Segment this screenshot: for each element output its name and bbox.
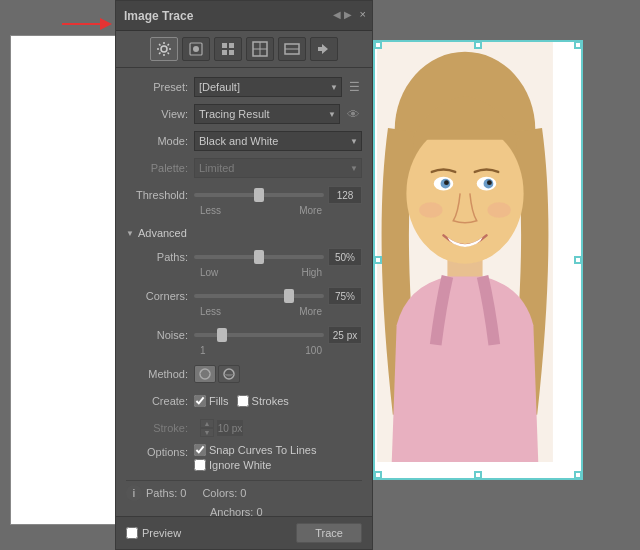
toolbar: [116, 31, 372, 68]
mode-row: Mode: Black and White: [126, 130, 362, 152]
fills-checkbox[interactable]: [194, 395, 206, 407]
create-row: Create: Fills Strokes: [126, 390, 362, 412]
info-icon[interactable]: i: [126, 485, 142, 501]
svg-point-25: [487, 180, 492, 185]
preset-select[interactable]: [Default]: [194, 77, 342, 97]
ignore-white-item[interactable]: Ignore White: [194, 459, 316, 471]
snap-curves-item[interactable]: Snap Curves To Lines: [194, 444, 316, 456]
threshold-slider[interactable]: [194, 193, 324, 197]
panel-header: ◀ ▶ Image Trace ×: [116, 1, 372, 31]
toolbar-icon-auto[interactable]: [182, 37, 210, 61]
handle-tl[interactable]: [374, 41, 382, 49]
handle-br[interactable]: [574, 471, 582, 479]
panel-close-button[interactable]: ×: [360, 8, 366, 20]
threshold-minmax: Less More: [126, 205, 362, 216]
svg-rect-8: [229, 50, 234, 55]
list-icon[interactable]: ☰: [346, 79, 362, 95]
handle-mr[interactable]: [574, 256, 582, 264]
stroke-value: 10 px: [216, 419, 244, 437]
strokes-label: Strokes: [252, 395, 289, 407]
paths-value: 50%: [328, 248, 362, 266]
threshold-row: Threshold: 128 Less More: [126, 186, 362, 216]
palette-select[interactable]: Limited: [194, 158, 362, 178]
threshold-track: 128: [194, 186, 362, 204]
svg-rect-7: [222, 50, 227, 55]
create-label: Create:: [126, 395, 194, 407]
svg-rect-5: [222, 43, 227, 48]
snap-curves-checkbox[interactable]: [194, 444, 206, 456]
fills-check-item[interactable]: Fills: [194, 395, 229, 407]
noise-min-label: 1: [200, 345, 206, 356]
corners-slider[interactable]: [194, 294, 324, 298]
stroke-down-btn[interactable]: ▼: [200, 428, 214, 437]
handle-bl[interactable]: [374, 471, 382, 479]
svg-point-26: [419, 202, 442, 218]
noise-label: Noise:: [126, 329, 194, 341]
noise-label-row: Noise: 25 px: [126, 326, 362, 344]
stats-paths-value: 0: [180, 487, 186, 499]
view-row: View: Tracing Result 👁: [126, 103, 362, 125]
corners-track: 75%: [194, 287, 362, 305]
toolbar-icon-grid3[interactable]: [278, 37, 306, 61]
noise-minmax: 1 100: [126, 345, 362, 356]
paths-slider[interactable]: [194, 255, 324, 259]
trace-button[interactable]: Trace: [296, 523, 362, 543]
method-row: Method:: [126, 363, 362, 385]
preset-select-container: [Default]: [194, 77, 342, 97]
preset-row: Preset: [Default] ☰: [126, 76, 362, 98]
preview-checkbox[interactable]: [126, 527, 138, 539]
preset-label: Preset:: [126, 81, 194, 93]
ignore-white-checkbox[interactable]: [194, 459, 206, 471]
stats-text: Paths: 0 Colors: 0: [146, 487, 246, 499]
svg-point-24: [444, 180, 449, 185]
stroke-arrows: ▲ ▼: [200, 419, 214, 437]
options-checks: Snap Curves To Lines Ignore White: [194, 444, 316, 471]
corners-row: Corners: 75% Less More: [126, 287, 362, 317]
noise-row: Noise: 25 px 1 100: [126, 326, 362, 356]
handle-ml[interactable]: [374, 256, 382, 264]
toolbar-icon-grid1[interactable]: [214, 37, 242, 61]
toolbar-icon-settings[interactable]: [150, 37, 178, 61]
mode-select[interactable]: Black and White: [194, 131, 362, 151]
noise-value: 25 px: [328, 326, 362, 344]
panel-resize-icon[interactable]: ◀ ▶: [333, 9, 352, 20]
corners-label-row: Corners: 75%: [126, 287, 362, 305]
toolbar-icon-grid2[interactable]: [246, 37, 274, 61]
corners-label: Corners:: [126, 290, 194, 302]
triangle-icon: ▼: [126, 229, 134, 238]
snap-curves-label: Snap Curves To Lines: [209, 444, 316, 456]
advanced-label: Advanced: [138, 227, 187, 239]
palette-select-container: Limited: [194, 158, 362, 178]
advanced-header[interactable]: ▼ Advanced: [126, 223, 362, 241]
eye-icon[interactable]: 👁: [344, 105, 362, 123]
panel-title: Image Trace: [124, 9, 193, 23]
svg-rect-6: [229, 43, 234, 48]
handle-tr[interactable]: [574, 41, 582, 49]
corners-max-label: More: [299, 306, 322, 317]
preview-check[interactable]: Preview: [126, 527, 181, 539]
paths-track: 50%: [194, 248, 362, 266]
preview-label: Preview: [142, 527, 181, 539]
strokes-checkbox[interactable]: [237, 395, 249, 407]
strokes-check-item[interactable]: Strokes: [237, 395, 289, 407]
stroke-up-btn[interactable]: ▲: [200, 419, 214, 428]
fills-label: Fills: [209, 395, 229, 407]
toolbar-icon-arrow[interactable]: [310, 37, 338, 61]
paths-minmax: Low High: [126, 267, 362, 278]
corners-min-label: Less: [200, 306, 221, 317]
palette-label: Palette:: [126, 162, 194, 174]
corners-minmax: Less More: [126, 306, 362, 317]
stroke-input-wrap: ▲ ▼ 10 px: [200, 419, 244, 437]
method-btn2[interactable]: [218, 365, 240, 383]
stats-colors-label: Colors:: [202, 487, 237, 499]
handle-tm[interactable]: [474, 41, 482, 49]
stats-row: i Paths: 0 Colors: 0: [126, 480, 362, 505]
method-btn1[interactable]: [194, 365, 216, 383]
threshold-label-row: Threshold: 128: [126, 186, 362, 204]
stroke-label: Stroke:: [126, 422, 194, 434]
view-select[interactable]: Tracing Result: [194, 104, 340, 124]
noise-slider[interactable]: [194, 333, 324, 337]
paths-min-label: Low: [200, 267, 218, 278]
handle-bm[interactable]: [474, 471, 482, 479]
mode-select-container: Black and White: [194, 131, 362, 151]
